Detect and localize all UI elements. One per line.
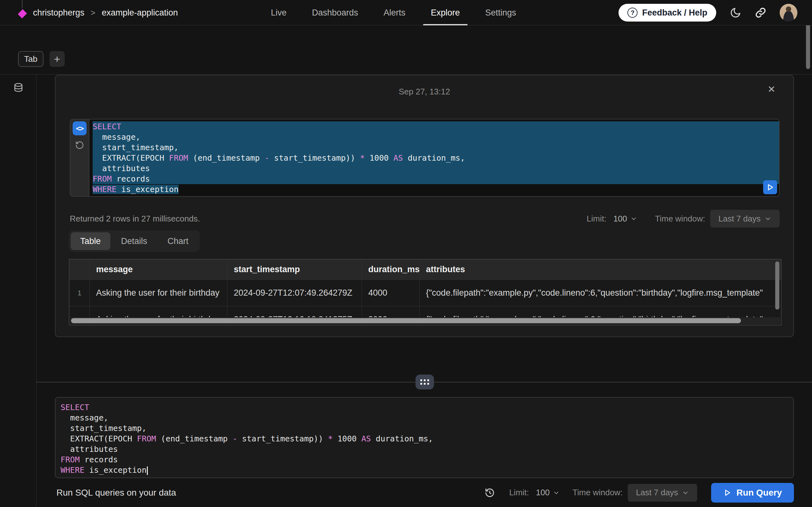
history-icon[interactable] [75,140,84,150]
feedback-help-button[interactable]: ? Feedback / Help [618,4,716,21]
bottom-query-controls: Limit: 100 Time window: Last 7 days [509,484,697,502]
result-status-row: Returned 2 rows in 27 milliseconds. Limi… [70,209,780,228]
close-icon[interactable]: ✕ [768,83,775,95]
table-horizontal-scrollbar-track [70,317,780,324]
sql-line: WHERE is_exception [61,465,793,475]
table-cell: 2024-09-27T12:07:49.264279Z [227,279,362,306]
breadcrumb-project[interactable]: example-application [102,8,178,18]
sql-line: EXTRACT(EPOCH FROM (end_timestamp - star… [93,153,779,163]
query-tab[interactable]: Tab [18,51,44,67]
table-header-row: messagestart_timestampduration_msattribu… [69,260,781,279]
nav-link-settings[interactable]: Settings [478,0,524,25]
database-schema-icon[interactable] [13,82,24,95]
nav-link-dashboards[interactable]: Dashboards [305,0,366,25]
time-window-dropdown: Last 7 days [628,484,697,502]
table-row: 1Asking the user for their birthday2024-… [69,279,781,306]
sql-line: SELECT [93,121,779,132]
sql-line: SELECT [61,402,793,412]
sql-line: WHERE is_exception [93,184,779,194]
sql-line: FROM records [61,454,793,465]
result-status-text: Returned 2 rows in 27 milliseconds. [70,214,200,224]
query-timestamp: Sep 27, 13:12 [55,87,793,97]
sql-gutter: <> [70,119,89,197]
run-query-button[interactable]: Run Query [711,483,794,503]
sql-snippet-code[interactable]: SELECT message, start_timestamp, EXTRACT… [89,119,780,197]
grip-dots-icon [420,379,429,385]
results-table-grid: messagestart_timestampduration_msattribu… [69,260,781,326]
column-header: attributes [420,260,781,279]
feedback-help-label: Feedback / Help [642,8,707,18]
sql-line: FROM records [93,174,779,184]
column-header: duration_ms [362,260,420,279]
sql-line: start_timestamp, [93,142,779,153]
run-snippet-button[interactable] [763,180,777,194]
tab-chart[interactable]: Chart [158,232,198,250]
breadcrumb: christophergs > example-application [15,0,178,25]
time-window-label: Time window: [572,488,623,498]
splitter-drag-handle[interactable] [415,375,434,389]
sql-line: message, [61,412,793,423]
limit-dropdown[interactable]: 100 [536,488,550,498]
nav-links: Live Dashboards Alerts Explore Settings [263,0,524,25]
user-avatar[interactable] [780,4,798,21]
chevron-down-icon [764,215,771,222]
query-history-icon[interactable] [484,487,495,498]
table-cell: 4000 [362,279,420,306]
bottom-action-bar: Run SQL queries on your data Limit: 100 … [0,478,812,507]
sql-line: start_timestamp, [61,423,793,434]
nav-link-explore[interactable]: Explore [423,0,467,25]
table-horizontal-scrollbar[interactable] [71,318,741,323]
query-tabs-row: Tab + [18,51,65,67]
sql-line: attributes [93,163,779,174]
text-caret [147,466,148,475]
table-cell: Asking the user for their birthday [90,279,227,306]
time-window-value: Last 7 days [718,214,761,224]
limit-label: Limit: [509,488,529,498]
tab-details[interactable]: Details [112,232,157,250]
sql-line: EXTRACT(EPOCH FROM (end_timestamp - star… [61,434,793,444]
chevron-down-icon [682,489,689,496]
workspace-divider [0,74,812,74]
result-controls: Limit: 100 Time window: Last 7 days [587,210,780,228]
results-table: messagestart_timestampduration_msattribu… [69,259,781,326]
time-window-value: Last 7 days [636,488,678,498]
query-result-card: Sep 27, 13:12 ✕ <> SELECT message, start… [55,75,794,337]
top-navbar: christophergs > example-application Live… [0,0,812,25]
sql-line: attributes [61,444,793,454]
table-vertical-scrollbar[interactable] [775,262,779,309]
chevron-down-icon [630,215,637,222]
breadcrumb-separator-icon: > [91,8,96,17]
breadcrumb-org[interactable]: christophergs [33,8,84,18]
column-header: start_timestamp [227,260,362,279]
sql-editor[interactable]: SELECT message, start_timestamp, EXTRACT… [55,397,794,478]
column-header: message [90,260,227,279]
time-window-dropdown: Last 7 days [710,210,780,228]
nav-link-live[interactable]: Live [263,0,294,25]
row-number-cell: 1 [69,279,90,306]
theme-moon-icon[interactable] [729,7,742,19]
bottom-controls: Limit: 100 Time window: Last 7 days Run … [484,483,794,503]
limit-label: Limit: [587,214,606,224]
chevron-down-icon [553,489,560,496]
question-circle-icon: ? [627,8,638,18]
nav-link-alerts[interactable]: Alerts [376,0,413,25]
result-view-tabs: Table Details Chart [69,230,200,252]
editor-hint-text: Run SQL queries on your data [56,488,176,498]
time-window-label: Time window: [655,214,705,224]
brand-diamond-logo-icon[interactable] [18,9,27,18]
share-link-icon[interactable] [755,7,766,18]
tab-table[interactable]: Table [71,232,110,250]
column-header [69,260,90,279]
sidebar-divider [36,74,37,507]
plus-icon: + [54,53,60,65]
add-tab-button[interactable]: + [49,51,65,67]
sql-line: message, [93,132,779,142]
play-icon [723,489,731,497]
limit-dropdown[interactable]: 100 [613,214,627,224]
run-query-label: Run Query [737,488,782,498]
table-cell: {"code.filepath":"example.py","code.line… [420,279,781,306]
code-icon[interactable]: <> [72,121,87,135]
nav-right-cluster: ? Feedback / Help [618,0,798,25]
sql-snippet-block: <> SELECT message, start_timestamp, EXTR… [70,119,780,197]
